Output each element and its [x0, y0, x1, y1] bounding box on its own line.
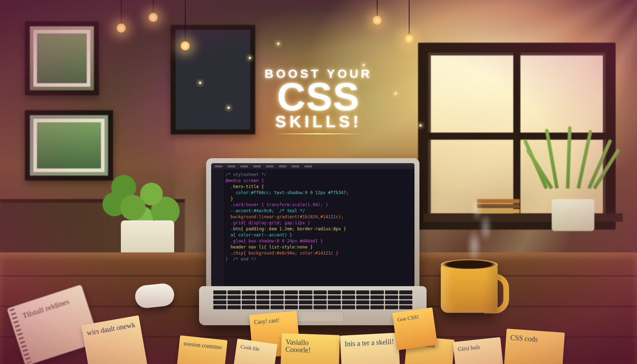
note-text: Inis a ter a skelil! — [344, 337, 394, 348]
headline-mid: CSS — [265, 79, 373, 114]
coffee-mug — [441, 249, 508, 316]
editor-code: /* stylesheet */@media screen { .hero-ti… — [225, 172, 412, 284]
note-text: Cosh lile — [240, 344, 260, 352]
sparkle-icon — [277, 43, 279, 45]
wall-frame — [25, 21, 99, 95]
sparkle-icon — [419, 124, 422, 127]
light-bulb-icon — [405, 34, 414, 43]
note-text: Girsi buls — [457, 344, 480, 352]
note-text: soesion contnino — [183, 341, 222, 350]
laptop: /* stylesheet */@media screen { .hero-ti… — [199, 158, 427, 325]
note-text: wirs dault onewk — [86, 321, 135, 337]
bulb-cord — [377, 0, 378, 17]
note-text: Vasiallo Cooorle! — [285, 338, 311, 354]
bulb-cord — [409, 0, 410, 36]
light-bulb-icon — [181, 41, 190, 50]
potted-plant — [530, 149, 612, 231]
note-text: CSS cods — [510, 333, 538, 343]
bulb-cord — [153, 0, 154, 14]
sticky-note: Goe CSS! — [392, 307, 438, 350]
editor-menubar — [211, 163, 414, 170]
sparkle-icon — [395, 92, 397, 95]
sparkle-icon — [228, 107, 230, 109]
potted-plant — [96, 167, 188, 259]
light-bulb-icon — [117, 23, 126, 33]
light-bulb-icon — [149, 13, 158, 22]
light-bulb-icon — [373, 16, 382, 25]
sticky-note: Girsi buls — [453, 337, 505, 364]
keyboard — [213, 290, 412, 309]
sparkle-icon — [249, 57, 251, 59]
stacked-books — [477, 199, 520, 215]
laptop-lid: /* stylesheet */@media screen { .hero-ti… — [206, 158, 419, 293]
sticky-note: soesion contnino — [176, 335, 228, 364]
sticky-note: Inis a ter a skelil! — [340, 333, 401, 364]
sticky-note: CSS cods — [503, 328, 565, 364]
bulb-cord — [121, 0, 122, 25]
sparkle-icon — [199, 82, 201, 84]
headline: BOOST YOUR CSS SKILLS! — [265, 68, 373, 134]
sticky-note: Vasiallo Cooorle! — [280, 333, 340, 364]
scene-root: BOOST YOUR CSS SKILLS! /* stylesheet */@… — [0, 0, 637, 364]
note-text: Casy! cast! — [254, 317, 280, 325]
headline-bot: SKILLS! — [265, 112, 373, 131]
laptop-base — [199, 286, 427, 325]
note-text: Goe CSS! — [397, 314, 419, 322]
sparkle-icon — [363, 64, 365, 66]
code-editor-screen: /* stylesheet */@media screen { .hero-ti… — [211, 163, 414, 287]
editor-gutter — [211, 170, 224, 287]
headline-underline — [272, 133, 365, 134]
bulb-cord — [185, 0, 186, 43]
